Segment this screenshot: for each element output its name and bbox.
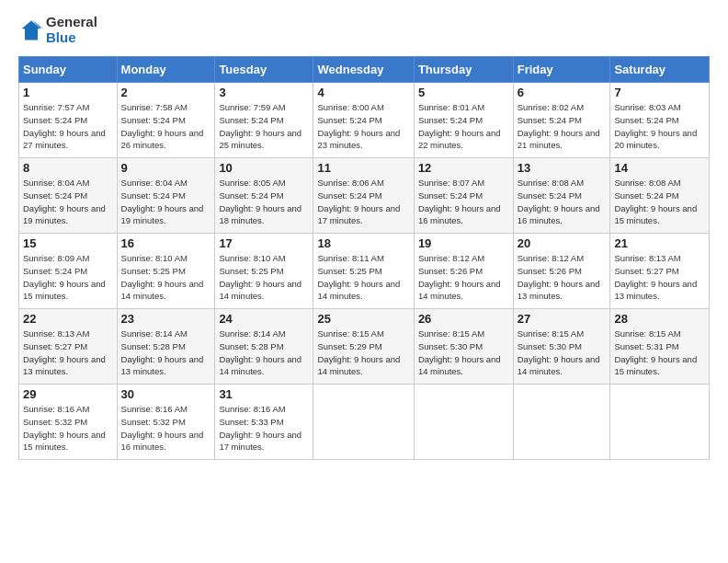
day-number: 24 [219, 312, 309, 326]
day-info: Sunrise: 8:16 AM Sunset: 5:32 PM Dayligh… [121, 403, 211, 454]
calendar-cell: 25 Sunrise: 8:15 AM Sunset: 5:29 PM Dayl… [313, 309, 414, 385]
calendar-day-header: Wednesday [313, 57, 414, 83]
day-number: 20 [518, 236, 607, 250]
calendar-week-row: 29 Sunrise: 8:16 AM Sunset: 5:32 PM Dayl… [19, 385, 710, 460]
day-number: 30 [121, 387, 211, 401]
day-info: Sunrise: 8:15 AM Sunset: 5:30 PM Dayligh… [418, 327, 509, 378]
day-number: 25 [317, 312, 409, 326]
calendar-cell: 8 Sunrise: 8:04 AM Sunset: 5:24 PM Dayli… [19, 158, 118, 234]
day-number: 2 [121, 86, 211, 99]
calendar-cell: 15 Sunrise: 8:09 AM Sunset: 5:24 PM Dayl… [19, 234, 118, 309]
day-number: 15 [23, 236, 113, 250]
day-number: 11 [317, 161, 409, 175]
logo: General Blue [18, 15, 97, 45]
day-info: Sunrise: 8:16 AM Sunset: 5:32 PM Dayligh… [23, 403, 113, 454]
calendar-cell: 30 Sunrise: 8:16 AM Sunset: 5:32 PM Dayl… [117, 385, 215, 460]
day-number: 14 [614, 161, 705, 175]
day-info: Sunrise: 8:14 AM Sunset: 5:28 PM Dayligh… [121, 327, 211, 378]
day-info: Sunrise: 8:01 AM Sunset: 5:24 PM Dayligh… [418, 101, 509, 152]
calendar-cell: 17 Sunrise: 8:10 AM Sunset: 5:25 PM Dayl… [215, 234, 313, 309]
calendar-cell: 7 Sunrise: 8:03 AM Sunset: 5:24 PM Dayli… [610, 83, 710, 158]
day-info: Sunrise: 8:16 AM Sunset: 5:33 PM Dayligh… [219, 403, 309, 454]
calendar-cell [313, 385, 414, 460]
day-info: Sunrise: 8:00 AM Sunset: 5:24 PM Dayligh… [317, 101, 409, 152]
day-number: 12 [418, 161, 509, 175]
calendar-cell: 18 Sunrise: 8:11 AM Sunset: 5:25 PM Dayl… [313, 234, 414, 309]
calendar-week-row: 1 Sunrise: 7:57 AM Sunset: 5:24 PM Dayli… [19, 83, 710, 158]
page-container: General Blue SundayMondayTuesdayWednesda… [0, 0, 728, 469]
calendar-cell: 22 Sunrise: 8:13 AM Sunset: 5:27 PM Dayl… [19, 309, 118, 385]
day-info: Sunrise: 8:13 AM Sunset: 5:27 PM Dayligh… [23, 327, 113, 378]
day-info: Sunrise: 8:15 AM Sunset: 5:30 PM Dayligh… [518, 327, 607, 378]
day-number: 19 [418, 236, 509, 250]
day-info: Sunrise: 8:08 AM Sunset: 5:24 PM Dayligh… [614, 177, 705, 227]
day-number: 8 [23, 161, 113, 175]
calendar: SundayMondayTuesdayWednesdayThursdayFrid… [18, 56, 710, 460]
day-info: Sunrise: 8:09 AM Sunset: 5:24 PM Dayligh… [23, 252, 113, 303]
day-number: 9 [121, 161, 211, 175]
calendar-day-header: Sunday [19, 57, 118, 83]
logo-text-general: General [46, 15, 97, 30]
day-info: Sunrise: 8:12 AM Sunset: 5:26 PM Dayligh… [418, 252, 509, 303]
calendar-cell: 10 Sunrise: 8:05 AM Sunset: 5:24 PM Dayl… [215, 158, 313, 234]
calendar-week-row: 22 Sunrise: 8:13 AM Sunset: 5:27 PM Dayl… [19, 309, 710, 385]
day-info: Sunrise: 8:10 AM Sunset: 5:25 PM Dayligh… [121, 252, 211, 303]
day-number: 21 [614, 236, 705, 250]
calendar-cell: 14 Sunrise: 8:08 AM Sunset: 5:24 PM Dayl… [610, 158, 710, 234]
calendar-cell [414, 385, 513, 460]
calendar-day-header: Saturday [610, 57, 710, 83]
calendar-cell: 3 Sunrise: 7:59 AM Sunset: 5:24 PM Dayli… [215, 83, 313, 158]
day-info: Sunrise: 8:14 AM Sunset: 5:28 PM Dayligh… [219, 327, 309, 378]
day-info: Sunrise: 8:03 AM Sunset: 5:24 PM Dayligh… [614, 101, 705, 152]
day-info: Sunrise: 8:11 AM Sunset: 5:25 PM Dayligh… [317, 252, 409, 303]
day-number: 27 [518, 312, 607, 326]
calendar-cell: 12 Sunrise: 8:07 AM Sunset: 5:24 PM Dayl… [414, 158, 513, 234]
calendar-week-row: 15 Sunrise: 8:09 AM Sunset: 5:24 PM Dayl… [19, 234, 710, 309]
calendar-cell: 26 Sunrise: 8:15 AM Sunset: 5:30 PM Dayl… [414, 309, 513, 385]
day-info: Sunrise: 8:08 AM Sunset: 5:24 PM Dayligh… [518, 177, 607, 227]
calendar-cell: 6 Sunrise: 8:02 AM Sunset: 5:24 PM Dayli… [513, 83, 610, 158]
day-number: 28 [614, 312, 705, 326]
day-number: 10 [219, 161, 309, 175]
calendar-day-header: Monday [117, 57, 215, 83]
header: General Blue [18, 15, 710, 45]
day-number: 17 [219, 236, 309, 250]
day-number: 23 [121, 312, 211, 326]
calendar-header-row: SundayMondayTuesdayWednesdayThursdayFrid… [19, 57, 710, 83]
day-info: Sunrise: 8:06 AM Sunset: 5:24 PM Dayligh… [317, 177, 409, 227]
calendar-cell: 28 Sunrise: 8:15 AM Sunset: 5:31 PM Dayl… [610, 309, 710, 385]
calendar-cell: 21 Sunrise: 8:13 AM Sunset: 5:27 PM Dayl… [610, 234, 710, 309]
calendar-cell: 5 Sunrise: 8:01 AM Sunset: 5:24 PM Dayli… [414, 83, 513, 158]
calendar-cell: 4 Sunrise: 8:00 AM Sunset: 5:24 PM Dayli… [313, 83, 414, 158]
day-number: 3 [219, 86, 309, 99]
calendar-cell [513, 385, 610, 460]
day-number: 7 [614, 86, 705, 99]
day-info: Sunrise: 8:04 AM Sunset: 5:24 PM Dayligh… [23, 177, 113, 227]
logo-text-blue: Blue [46, 30, 97, 46]
day-number: 22 [23, 312, 113, 326]
day-number: 1 [23, 86, 113, 99]
day-number: 29 [23, 387, 113, 401]
day-info: Sunrise: 8:07 AM Sunset: 5:24 PM Dayligh… [418, 177, 509, 227]
day-info: Sunrise: 7:58 AM Sunset: 5:24 PM Dayligh… [121, 101, 211, 152]
day-info: Sunrise: 8:15 AM Sunset: 5:29 PM Dayligh… [317, 327, 409, 378]
day-number: 5 [418, 86, 509, 99]
calendar-cell: 24 Sunrise: 8:14 AM Sunset: 5:28 PM Dayl… [215, 309, 313, 385]
calendar-cell [610, 385, 710, 460]
day-number: 31 [219, 387, 309, 401]
svg-marker-0 [22, 20, 41, 40]
calendar-cell: 2 Sunrise: 7:58 AM Sunset: 5:24 PM Dayli… [117, 83, 215, 158]
day-info: Sunrise: 7:57 AM Sunset: 5:24 PM Dayligh… [23, 101, 113, 152]
day-number: 26 [418, 312, 509, 326]
calendar-day-header: Friday [513, 57, 610, 83]
day-number: 16 [121, 236, 211, 250]
day-info: Sunrise: 8:05 AM Sunset: 5:24 PM Dayligh… [219, 177, 309, 227]
day-number: 4 [317, 86, 409, 99]
calendar-day-header: Tuesday [215, 57, 313, 83]
calendar-cell: 13 Sunrise: 8:08 AM Sunset: 5:24 PM Dayl… [513, 158, 610, 234]
calendar-cell: 1 Sunrise: 7:57 AM Sunset: 5:24 PM Dayli… [19, 83, 118, 158]
calendar-cell: 31 Sunrise: 8:16 AM Sunset: 5:33 PM Dayl… [215, 385, 313, 460]
calendar-cell: 29 Sunrise: 8:16 AM Sunset: 5:32 PM Dayl… [19, 385, 118, 460]
calendar-day-header: Thursday [414, 57, 513, 83]
day-info: Sunrise: 8:12 AM Sunset: 5:26 PM Dayligh… [518, 252, 607, 303]
